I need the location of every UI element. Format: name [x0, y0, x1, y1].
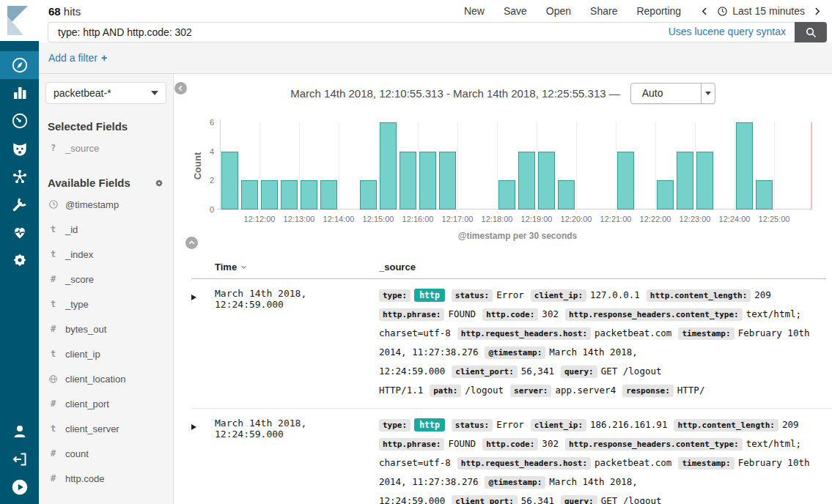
- histogram-bar[interactable]: [261, 180, 278, 210]
- field-item-client_ip[interactable]: tclient_ip: [45, 341, 166, 366]
- field-value: 127.0.0.1: [590, 289, 640, 300]
- add-filter-plus-icon[interactable]: +: [101, 52, 107, 64]
- nav-user[interactable]: [0, 418, 39, 445]
- column-header-time[interactable]: Time: [215, 262, 248, 273]
- time-forward-button[interactable]: [812, 7, 822, 16]
- histogram-bar[interactable]: [320, 180, 337, 210]
- search-icon: [805, 26, 817, 39]
- field-item-_type[interactable]: t_type: [45, 292, 166, 316]
- gridline: [339, 122, 339, 212]
- chevron-left-icon: [700, 7, 710, 16]
- field-item-_source[interactable]: ?_source: [45, 136, 166, 160]
- field-item-client_location[interactable]: client_location: [45, 366, 166, 391]
- field-badge: timestamp:: [678, 327, 734, 340]
- histogram-bar[interactable]: [380, 122, 397, 210]
- field-item-@timestamp[interactable]: @timestamp: [45, 192, 166, 217]
- y-tick-label: 6: [210, 117, 214, 127]
- user-icon: [11, 423, 29, 440]
- histogram-bar[interactable]: [360, 180, 377, 210]
- field-item-_index[interactable]: t_index: [45, 242, 166, 267]
- gridline: [695, 122, 696, 212]
- field-badge: client_ip:: [531, 419, 586, 431]
- menu-open-button[interactable]: Open: [546, 5, 571, 17]
- histogram-bar[interactable]: [281, 180, 298, 210]
- expand-doc-button[interactable]: [191, 415, 215, 504]
- dashboard-icon: [10, 111, 29, 130]
- histogram-bar[interactable]: [221, 152, 238, 210]
- field-value: 209: [754, 289, 771, 300]
- histogram-bar[interactable]: [439, 152, 456, 210]
- expand-doc-button[interactable]: [191, 286, 215, 400]
- time-back-button[interactable]: [700, 7, 710, 16]
- histogram-bar[interactable]: [518, 152, 535, 210]
- histogram-bar[interactable]: [657, 180, 674, 210]
- field-item-bytes_out[interactable]: #bytes_out: [45, 316, 166, 341]
- x-tick-label: 12:12:00: [244, 215, 276, 223]
- histogram-bar[interactable]: [400, 152, 416, 210]
- field-name: _score: [65, 274, 94, 285]
- field-name: client_server: [65, 423, 119, 434]
- field-value: packetbeat.com: [594, 457, 671, 468]
- interval-select[interactable]: Auto: [630, 83, 715, 104]
- field-badge: query:: [561, 495, 597, 504]
- field-item-http.code[interactable]: #http.code: [45, 466, 166, 491]
- histogram-bar[interactable]: [756, 180, 773, 210]
- nav-logout[interactable]: [0, 445, 39, 473]
- field-item-count[interactable]: #count: [45, 441, 166, 466]
- search-button[interactable]: [795, 22, 827, 42]
- x-tick-label: 12:19:00: [521, 215, 553, 223]
- field-badge: http.code:: [482, 438, 538, 451]
- field-item-_id[interactable]: t_id: [45, 217, 166, 242]
- histogram-bar[interactable]: [696, 152, 713, 210]
- kibana-logo[interactable]: [0, 0, 39, 41]
- histogram-bar[interactable]: [538, 152, 555, 210]
- histogram-bar[interactable]: [558, 180, 575, 210]
- histogram-bar[interactable]: [419, 152, 436, 210]
- time-column-label: Time: [215, 262, 237, 273]
- field-value: /logout: [465, 385, 504, 396]
- field-badge: @timestamp:: [485, 346, 545, 359]
- menu-new-button[interactable]: New: [464, 5, 485, 17]
- lucene-syntax-link[interactable]: Uses lucene query syntax: [669, 26, 786, 37]
- nav-discover[interactable]: [0, 51, 39, 79]
- field-item-client_port[interactable]: #client_port: [45, 391, 166, 416]
- histogram-bar[interactable]: [498, 180, 515, 210]
- histogram-bar[interactable]: [617, 152, 634, 210]
- nav-play[interactable]: [0, 473, 39, 501]
- page: 68 hits NewSaveOpenShareReporting Last 1…: [39, 0, 832, 504]
- menu-reporting-button[interactable]: Reporting: [636, 5, 681, 17]
- nav-graph[interactable]: [0, 163, 39, 190]
- collapse-chart-button[interactable]: [185, 237, 198, 249]
- field-name: _source: [65, 143, 99, 154]
- field-type-icon: t: [48, 423, 59, 434]
- gridline: [378, 122, 379, 212]
- index-pattern-select[interactable]: packetbeat-*: [45, 82, 166, 104]
- globe-icon: [48, 374, 59, 384]
- histogram-bar[interactable]: [241, 180, 258, 210]
- add-filter-button[interactable]: Add a filter: [48, 52, 97, 64]
- timelion-icon: [10, 139, 29, 158]
- y-axis-label: Count: [192, 152, 203, 180]
- field-type-icon: #: [48, 274, 59, 284]
- nav-timelion[interactable]: [0, 135, 39, 163]
- nav-monitoring[interactable]: [0, 218, 39, 246]
- histogram-bar[interactable]: [736, 122, 753, 210]
- histogram-bar[interactable]: [301, 180, 317, 210]
- time-range-button[interactable]: Last 15 minutes: [717, 5, 805, 17]
- nav-visualize[interactable]: [0, 79, 39, 107]
- field-badge: http.code:: [482, 308, 538, 321]
- nav-management[interactable]: [0, 246, 39, 274]
- x-tick-label: 12:16:00: [402, 215, 434, 223]
- field-settings-button[interactable]: [154, 178, 164, 188]
- menu-save-button[interactable]: Save: [504, 5, 527, 17]
- query-input-wrap: Uses lucene query syntax: [48, 22, 795, 42]
- menu-share-button[interactable]: Share: [590, 5, 617, 17]
- field-item-_score[interactable]: #_score: [45, 267, 166, 292]
- x-tick-label: 12:21:00: [600, 215, 632, 223]
- nav-dashboard[interactable]: [0, 107, 39, 135]
- nav-devtools[interactable]: [0, 190, 39, 218]
- field-type-icon: t: [48, 299, 59, 309]
- histogram-bar[interactable]: [677, 152, 693, 210]
- doc-table-header: Time _source: [191, 256, 826, 279]
- field-item-client_server[interactable]: tclient_server: [45, 416, 166, 441]
